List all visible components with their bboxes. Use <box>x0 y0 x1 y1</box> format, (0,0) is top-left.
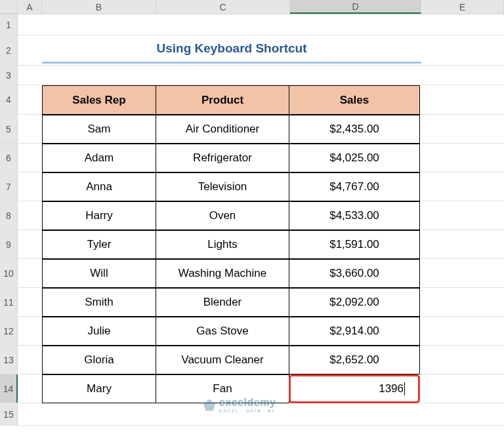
row-5: 5SamAir Conditioner$2,435.00 <box>0 115 504 144</box>
row-10: 10WillWashing Machine$3,660.00 <box>0 259 504 288</box>
cell-B11[interactable]: Smith <box>42 288 156 317</box>
cell-D3[interactable] <box>290 66 421 85</box>
cell-C6[interactable]: Refrigerator <box>156 144 289 172</box>
cell-B10[interactable]: Will <box>42 259 156 288</box>
cell-B3[interactable] <box>42 66 156 85</box>
col-header-D[interactable]: D <box>290 0 421 14</box>
cell-B8[interactable]: Harry <box>42 201 156 230</box>
cell-E15[interactable] <box>421 403 504 425</box>
cell-A7[interactable] <box>18 172 42 201</box>
row-header-12[interactable]: 12 <box>0 317 18 345</box>
cell-D15[interactable] <box>290 403 421 425</box>
cell-A14[interactable] <box>18 374 42 403</box>
cell-E14[interactable] <box>420 374 503 403</box>
col-header-E[interactable]: E <box>421 0 504 14</box>
cell-C7[interactable]: Television <box>156 172 289 201</box>
page-title[interactable]: Using Keyboard Shortcut <box>42 35 421 64</box>
cell-A6[interactable] <box>18 144 42 172</box>
row-header-3[interactable]: 3 <box>0 66 18 85</box>
cell-D5[interactable]: $2,435.00 <box>289 115 420 144</box>
row-header-15[interactable]: 15 <box>0 403 18 425</box>
cell-C11[interactable]: Blender <box>156 288 289 317</box>
cell-D1[interactable] <box>290 14 421 35</box>
cell-A4[interactable] <box>18 85 42 114</box>
cell-B1[interactable] <box>42 14 156 35</box>
cell-D10[interactable]: $3,660.00 <box>289 259 420 288</box>
cell-B15[interactable] <box>42 403 156 425</box>
cell-E9[interactable] <box>420 230 503 258</box>
cell-C3[interactable] <box>156 66 290 85</box>
cell-D7[interactable]: $4,767.00 <box>289 172 420 201</box>
watermark-logo-icon <box>203 399 215 411</box>
row-header-14[interactable]: 14 <box>0 374 18 403</box>
cell-D12[interactable]: $2,914.00 <box>289 317 420 346</box>
row-4: 4 Sales Rep Product Sales <box>0 85 504 115</box>
col-header-C[interactable]: C <box>156 0 290 14</box>
cell-D11[interactable]: $2,092.00 <box>289 288 420 317</box>
row-header-10[interactable]: 10 <box>0 259 18 287</box>
row-header-6[interactable]: 6 <box>0 144 18 172</box>
watermark-brand: exceldemy <box>219 397 276 408</box>
cell-E4[interactable] <box>420 85 503 114</box>
cell-E1[interactable] <box>421 14 504 35</box>
cell-A12[interactable] <box>18 317 42 345</box>
cell-D6[interactable]: $4,025.00 <box>289 144 420 172</box>
cell-A3[interactable] <box>18 66 42 85</box>
row-header-11[interactable]: 11 <box>0 288 18 316</box>
row-12: 12JulieGas Stove$2,914.00 <box>0 317 504 346</box>
cell-E13[interactable] <box>420 346 503 374</box>
cell-A10[interactable] <box>18 259 42 287</box>
row-13: 13GloriaVacuum Cleaner$2,652.00 <box>0 346 504 374</box>
col-header-A[interactable]: A <box>18 0 42 14</box>
cell-A5[interactable] <box>18 115 42 143</box>
cell-A15[interactable] <box>18 403 42 425</box>
cell-D14-editing[interactable]: 1396 <box>289 374 420 403</box>
cell-A1[interactable] <box>18 14 42 35</box>
cell-D8[interactable]: $4,533.00 <box>289 201 420 230</box>
cell-E10[interactable] <box>420 259 503 287</box>
editing-value: 1396 <box>379 382 404 395</box>
row-header-2[interactable]: 2 <box>0 35 18 65</box>
cell-B5[interactable]: Sam <box>42 115 156 144</box>
cell-A13[interactable] <box>18 346 42 374</box>
cell-A2[interactable] <box>18 35 42 65</box>
cell-B6[interactable]: Adam <box>42 144 156 172</box>
cell-E7[interactable] <box>420 172 503 201</box>
cell-C9[interactable]: Lights <box>156 230 289 259</box>
cell-E6[interactable] <box>420 144 503 172</box>
cell-B13[interactable]: Gloria <box>42 346 156 374</box>
cell-B7[interactable]: Anna <box>42 172 156 201</box>
row-header-9[interactable]: 9 <box>0 230 18 258</box>
table-header-sales-rep[interactable]: Sales Rep <box>42 85 156 115</box>
cell-B9[interactable]: Tyler <box>42 230 156 259</box>
row-header-1[interactable]: 1 <box>0 14 18 35</box>
cell-E2[interactable] <box>421 35 504 65</box>
cell-E11[interactable] <box>420 288 503 316</box>
cell-D9[interactable]: $1,591.00 <box>289 230 420 259</box>
cell-E5[interactable] <box>420 115 503 143</box>
row-header-7[interactable]: 7 <box>0 172 18 201</box>
cell-C8[interactable]: Oven <box>156 201 289 230</box>
row-header-4[interactable]: 4 <box>0 85 18 114</box>
cell-B12[interactable]: Julie <box>42 317 156 346</box>
col-header-B[interactable]: B <box>42 0 156 14</box>
cell-A8[interactable] <box>18 201 42 230</box>
cell-E8[interactable] <box>420 201 503 230</box>
cell-A11[interactable] <box>18 288 42 316</box>
cell-B14[interactable]: Mary <box>42 374 156 403</box>
cell-D13[interactable]: $2,652.00 <box>289 346 420 374</box>
cell-C12[interactable]: Gas Stove <box>156 317 289 346</box>
row-header-5[interactable]: 5 <box>0 115 18 143</box>
cell-A9[interactable] <box>18 230 42 258</box>
cell-E12[interactable] <box>420 317 503 345</box>
cell-C10[interactable]: Washing Machine <box>156 259 289 288</box>
cell-C5[interactable]: Air Conditioner <box>156 115 289 144</box>
cell-C13[interactable]: Vacuum Cleaner <box>156 346 289 374</box>
cell-E3[interactable] <box>421 66 504 85</box>
cell-C1[interactable] <box>156 14 290 35</box>
row-header-8[interactable]: 8 <box>0 201 18 230</box>
row-header-13[interactable]: 13 <box>0 346 18 374</box>
select-all-corner[interactable] <box>0 0 18 14</box>
table-header-sales[interactable]: Sales <box>289 85 420 115</box>
table-header-product[interactable]: Product <box>156 85 289 115</box>
